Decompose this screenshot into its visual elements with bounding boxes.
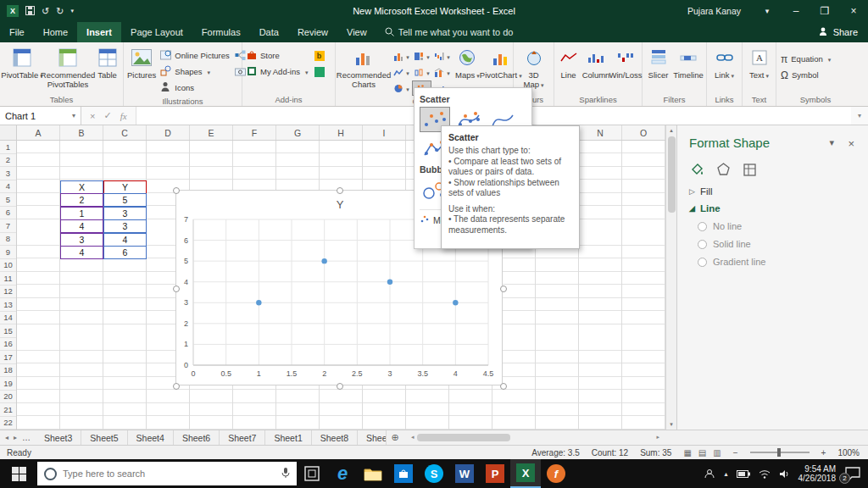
chart-selection-handle[interactable]	[337, 187, 343, 194]
insert-statistic-chart-button[interactable]	[412, 64, 431, 80]
gradient-line-radio[interactable]	[698, 258, 707, 267]
battery-icon[interactable]	[737, 470, 750, 478]
enter-formula-icon[interactable]: ✓	[103, 110, 111, 121]
row-header-17[interactable]: 17	[0, 351, 16, 364]
column-header-C[interactable]: C	[103, 125, 147, 140]
fill-section-header[interactable]: ▷ Fill	[677, 180, 868, 197]
row-header-12[interactable]: 12	[0, 286, 16, 299]
insert-line-chart-button[interactable]	[392, 64, 411, 80]
column-header-F[interactable]: F	[233, 125, 276, 140]
close-button[interactable]: ×	[839, 0, 868, 22]
start-button[interactable]	[0, 459, 37, 488]
effects-tab-icon[interactable]	[715, 162, 732, 180]
column-header-N[interactable]: N	[579, 125, 622, 140]
column-header-D[interactable]: D	[147, 125, 190, 140]
line-section-header[interactable]: ◢ Line	[677, 197, 868, 214]
sheet-tab-sheet6[interactable]: Sheet6	[174, 430, 220, 445]
maps-button[interactable]: Maps	[453, 44, 481, 81]
row-header-8[interactable]: 8	[0, 233, 16, 247]
solid-line-option[interactable]: Solid line	[677, 231, 868, 249]
cell-B7[interactable]: 4	[60, 219, 103, 233]
data-point[interactable]	[387, 280, 392, 285]
cell-C4[interactable]: Y	[103, 180, 147, 194]
name-box[interactable]: Chart 1 ▾	[0, 107, 81, 125]
shapes-button[interactable]: Shapes	[158, 64, 231, 80]
row-header-18[interactable]: 18	[0, 364, 16, 378]
column-header-G[interactable]: G	[276, 125, 320, 140]
pictures-button[interactable]: Pictures	[125, 44, 158, 80]
insert-column-chart-button[interactable]	[392, 48, 411, 64]
chart-selection-handle[interactable]	[337, 383, 343, 390]
store-taskbar-icon[interactable]	[388, 459, 419, 488]
3d-map-button[interactable]: 3D Map	[516, 44, 552, 90]
volume-icon[interactable]	[779, 469, 790, 479]
online-pictures-button[interactable]: Online Pictures	[158, 47, 231, 64]
ribbon-tab-data[interactable]: Data	[250, 22, 288, 42]
horizontal-scrollbar[interactable]: ◂ ▸	[411, 431, 659, 443]
vertical-scroll-thumb[interactable]	[668, 136, 676, 213]
cell-B5[interactable]: 2	[60, 193, 103, 207]
bing-maps-addin-icon[interactable]: b	[311, 47, 328, 64]
cell-B6[interactable]: 1	[60, 207, 103, 220]
sheet-nav-left-icon[interactable]: ◂	[5, 434, 8, 441]
size-properties-tab-icon[interactable]	[742, 162, 758, 180]
insert-waterfall-chart-button[interactable]	[432, 48, 452, 64]
row-header-16[interactable]: 16	[0, 338, 16, 352]
tell-me-box[interactable]: Tell me what you want to do	[385, 22, 514, 42]
zoom-level[interactable]: 100%	[837, 448, 860, 458]
sheet-tab-sheet5[interactable]: Sheet5	[81, 430, 127, 445]
chart-selection-handle[interactable]	[173, 286, 180, 292]
line-collapse-icon[interactable]: ◢	[689, 204, 695, 213]
page-layout-view-icon[interactable]: ▤	[698, 448, 706, 458]
ribbon-tab-view[interactable]: View	[337, 22, 376, 42]
microphone-icon[interactable]	[281, 467, 290, 480]
row-header-3[interactable]: 3	[0, 167, 16, 180]
chart-selection-handle[interactable]	[173, 187, 180, 194]
taskbar-search-box[interactable]	[37, 462, 297, 485]
vertical-scrollbar[interactable]: ▴ ▾	[665, 125, 676, 430]
row-header-9[interactable]: 9	[0, 246, 16, 259]
scroll-up-icon[interactable]: ▴	[670, 127, 673, 134]
action-center-icon[interactable]: 2	[844, 466, 861, 481]
page-break-view-icon[interactable]: ▥	[713, 448, 721, 458]
undo-icon[interactable]: ↺	[42, 6, 49, 17]
search-input[interactable]	[63, 469, 275, 479]
column-header-A[interactable]: A	[17, 125, 60, 140]
horizontal-scroll-thumb[interactable]	[417, 434, 510, 441]
store-button[interactable]: Store	[244, 47, 311, 64]
cell-C8[interactable]: 4	[103, 233, 147, 247]
panel-options-icon[interactable]: ▾	[829, 137, 834, 148]
sheet-tab-sheet7[interactable]: Sheet7	[220, 430, 265, 445]
link-button[interactable]: Link	[709, 44, 740, 81]
task-view-icon[interactable]	[297, 459, 327, 488]
file-explorer-icon[interactable]	[358, 459, 388, 488]
slicer-button[interactable]: Slicer	[644, 44, 672, 80]
hscroll-left-icon[interactable]: ◂	[411, 434, 415, 441]
status-count[interactable]: Count: 12	[592, 448, 628, 458]
sheet-tab-sheet4[interactable]: Sheet4	[128, 430, 174, 445]
data-point[interactable]	[321, 258, 326, 263]
symbol-button[interactable]: Ω Symbol	[778, 67, 833, 83]
cell-B9[interactable]: 4	[60, 246, 103, 259]
icons-button[interactable]: Icons	[158, 80, 231, 96]
status-sum[interactable]: Sum: 35	[640, 448, 671, 458]
ribbon-tab-insert[interactable]: Insert	[77, 22, 121, 42]
ribbon-tab-page-layout[interactable]: Page Layout	[121, 22, 192, 42]
my-addins-button[interactable]: My Add-ins	[244, 64, 311, 80]
row-header-11[interactable]: 11	[0, 272, 16, 286]
restore-button[interactable]: ❐	[810, 0, 839, 22]
edge-icon[interactable]: e	[327, 459, 358, 488]
firefox-icon[interactable]: f	[541, 459, 571, 488]
fill-and-line-tab-icon[interactable]	[689, 162, 705, 180]
skype-icon[interactable]: S	[419, 459, 449, 488]
normal-view-icon[interactable]: ▦	[683, 448, 691, 458]
sparkline-winloss-button[interactable]: Win/Loss	[611, 44, 640, 80]
fill-expand-icon[interactable]: ▷	[689, 187, 695, 196]
minimize-button[interactable]: –	[782, 0, 810, 22]
pivottable-button[interactable]: PivotTable	[2, 44, 42, 81]
chart-selection-handle[interactable]	[173, 383, 180, 390]
ribbon-options-icon[interactable]: ▾	[753, 0, 782, 22]
row-header-2[interactable]: 2	[0, 154, 16, 168]
cell-C6[interactable]: 3	[103, 207, 147, 220]
cell-B8[interactable]: 3	[60, 233, 103, 247]
